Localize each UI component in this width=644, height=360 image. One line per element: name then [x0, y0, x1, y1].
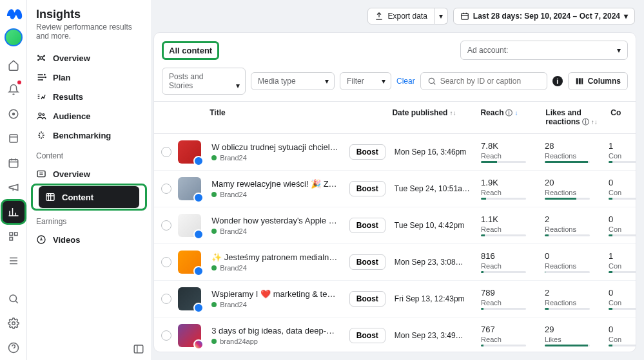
svg-point-25 [429, 78, 434, 83]
sidebar-item-label: Overview [53, 169, 90, 179]
svg-rect-20 [37, 171, 45, 176]
export-dropdown-button[interactable]: ▾ [434, 8, 448, 24]
date-cell: Fri Sep 13, 12:43pm [389, 288, 476, 310]
clear-link[interactable]: Clear [396, 77, 415, 86]
boost-button[interactable]: Boost [349, 328, 385, 343]
rail-home-icon[interactable] [2, 53, 25, 77]
sidebar-item-label: Videos [53, 235, 80, 245]
export-button[interactable]: Export data [367, 8, 434, 24]
post-thumbnail[interactable] [178, 140, 201, 164]
table-row[interactable]: Wspieramy I ❤️ marketing & technology ja… [154, 281, 636, 317]
columns-icon [575, 77, 584, 86]
reactions-cell: 28 Reactions [540, 135, 603, 169]
post-thumbnail[interactable] [178, 324, 201, 347]
sidebar-item-content[interactable]: Content [39, 186, 139, 208]
boost-button[interactable]: Boost [349, 181, 385, 196]
meta-logo[interactable] [5, 5, 23, 23]
col-reactions[interactable]: Likes and reactionsⓘ↑↓ [540, 102, 605, 133]
row-checkbox[interactable] [161, 330, 171, 341]
table-row[interactable]: Mamy rewelacyjne wieści! 🎉 Zostaliśmy of… [154, 171, 636, 207]
post-thumbnail[interactable] [178, 251, 201, 274]
sidebar-item-results[interactable]: Results [27, 87, 151, 106]
svg-rect-6 [10, 238, 13, 241]
svg-point-19 [43, 114, 44, 116]
post-thumbnail[interactable] [178, 177, 201, 200]
status-dot-icon [211, 155, 217, 160]
search-input[interactable] [440, 77, 540, 86]
rail-menu-icon[interactable] [2, 249, 25, 272]
reach-cell: 7.8K Reach [476, 135, 540, 169]
reach-cell: 1.9K Reach [476, 171, 540, 206]
date-range-button[interactable]: Last 28 days: Sep 10, 2024 – Oct 7, 2024… [453, 8, 635, 24]
results-icon [36, 91, 46, 102]
reach-cell: 767 Reach [476, 318, 540, 352]
sidebar-item-audience[interactable]: Audience [27, 106, 151, 126]
boost-button[interactable]: Boost [349, 218, 385, 233]
filter-media-type[interactable]: Media type [251, 72, 335, 90]
rail-all-tools-icon[interactable] [2, 225, 25, 248]
col-title[interactable]: Title [204, 102, 345, 133]
col-date[interactable]: Date published↑↓ [387, 102, 475, 133]
boost-button[interactable]: Boost [349, 291, 385, 307]
sidebar-item-videos[interactable]: Videos [27, 230, 151, 249]
post-title: Mamy rewelacyjne wieści! 🎉 Zostaliśmy of… [211, 179, 339, 189]
table-row[interactable]: W obliczu trudnej sytuacji chcielibyśmy … [154, 134, 636, 171]
tab-all-content[interactable]: All content [162, 41, 219, 60]
svg-point-15 [44, 74, 45, 75]
col-comments[interactable]: Co [605, 102, 636, 133]
row-checkbox[interactable] [161, 184, 171, 194]
rail-search-icon[interactable] [2, 287, 25, 310]
post-thumbnail[interactable] [178, 287, 201, 310]
rail-insights-icon[interactable] [2, 200, 25, 223]
table-row[interactable]: ✨ Jesteśmy patronem medialnym IV Konfere… [154, 244, 636, 281]
row-checkbox[interactable] [161, 294, 171, 304]
filter-post-type[interactable]: Posts and Stories [162, 68, 246, 95]
svg-rect-24 [462, 14, 469, 19]
row-checkbox[interactable] [161, 257, 171, 267]
export-icon [375, 12, 384, 21]
col-reach[interactable]: Reachⓘ↓ [475, 102, 540, 133]
rail-settings-icon[interactable] [2, 312, 25, 335]
svg-rect-2 [10, 135, 17, 142]
status-dot-icon [211, 302, 217, 307]
post-title: Wonder how yesterday's Apple event went?… [211, 216, 339, 225]
row-checkbox[interactable] [161, 147, 171, 157]
rail-content-icon[interactable] [2, 127, 25, 150]
rail-help-icon[interactable] [2, 336, 25, 359]
date-cell: Mon Sep 23, 3:08… [389, 251, 476, 273]
info-icon[interactable]: i [552, 76, 563, 86]
sidebar-item-content-overview[interactable]: Overview [27, 164, 151, 184]
rail-notifications-icon[interactable] [2, 78, 25, 101]
sidebar-collapse-icon[interactable] [133, 343, 144, 355]
table-row[interactable]: 3 days of big ideas, data deep-dives, an… [154, 317, 636, 352]
search-box[interactable] [420, 72, 547, 90]
columns-button[interactable]: Columns [568, 72, 628, 90]
page-title: Insights [27, 3, 151, 23]
post-title: 3 days of big ideas, data deep-dives, an… [211, 326, 339, 336]
table-row[interactable]: Wonder how yesterday's Apple event went?… [154, 207, 636, 244]
rail-inbox-icon[interactable] [2, 102, 25, 126]
filter-generic[interactable]: Filter [340, 72, 391, 90]
topbar: Export data ▾ Last 28 days: Sep 10, 2024… [151, 0, 644, 32]
post-thumbnail[interactable] [178, 214, 201, 237]
rail-planner-icon[interactable] [2, 151, 25, 175]
rail-ads-icon[interactable] [2, 176, 25, 199]
reactions-cell: 2 Reactions [540, 208, 603, 243]
account-avatar[interactable] [5, 28, 23, 46]
plan-icon [36, 72, 46, 82]
comments-cell: 0 Con [603, 318, 636, 352]
boost-button[interactable]: Boost [349, 254, 385, 270]
overview-icon [36, 53, 46, 63]
sidebar-item-benchmarking[interactable]: Benchmarking [27, 126, 151, 145]
sidebar-item-plan[interactable]: Plan [27, 68, 151, 87]
boost-button[interactable]: Boost [349, 144, 385, 160]
tab-label: All content [169, 46, 212, 55]
brand-label: Brand24 [211, 301, 339, 308]
sidebar-item-overview[interactable]: Overview [27, 48, 151, 68]
reactions-cell: 29 Likes [540, 318, 603, 352]
sidebar-item-label: Overview [53, 53, 90, 63]
status-dot-icon [211, 265, 217, 270]
ad-account-select[interactable]: Ad account: [460, 41, 628, 60]
table-head: Title Date published↑↓ Reachⓘ↓ Likes and… [154, 101, 636, 134]
row-checkbox[interactable] [161, 220, 171, 231]
